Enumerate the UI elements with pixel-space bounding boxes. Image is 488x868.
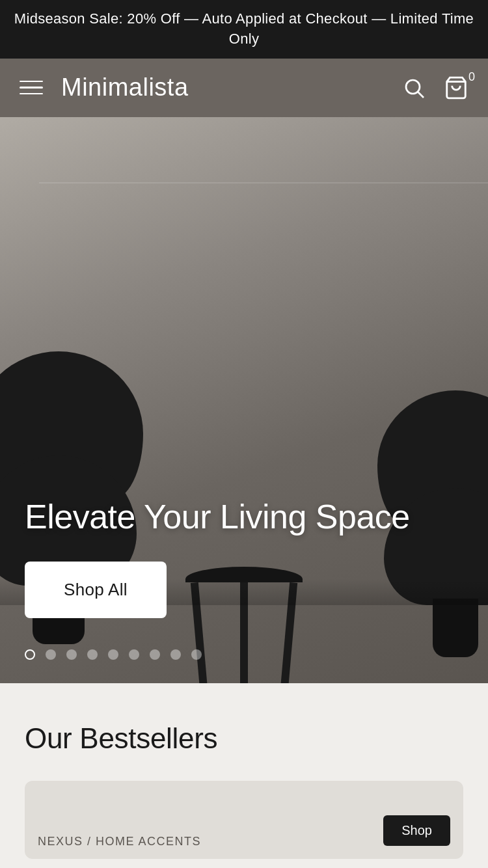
carousel-dot-5[interactable]: [129, 649, 139, 660]
hamburger-icon: [20, 81, 43, 95]
carousel-dot-0[interactable]: [25, 649, 35, 660]
bestsellers-section: Our Bestsellers NEXUS / HOME ACCENTS Sho…: [0, 683, 488, 868]
carousel-dot-4[interactable]: [108, 649, 118, 660]
product-label: NEXUS / HOME ACCENTS: [38, 835, 201, 848]
bestsellers-title: Our Bestsellers: [25, 722, 463, 755]
cart-icon: [444, 75, 468, 100]
header: Minimalista 0: [0, 59, 488, 117]
cart-count: 0: [468, 70, 475, 84]
carousel-dot-1[interactable]: [46, 649, 56, 660]
hamburger-button[interactable]: [20, 81, 43, 95]
search-button[interactable]: [402, 76, 426, 100]
carousel-dot-3[interactable]: [87, 649, 98, 660]
product-shop-button[interactable]: Shop: [383, 815, 450, 846]
svg-point-0: [406, 80, 420, 94]
carousel-dot-6[interactable]: [150, 649, 160, 660]
carousel-dot-8[interactable]: [191, 649, 202, 660]
header-right: 0: [402, 75, 468, 100]
hero-content: Elevate Your Living Space Shop All: [25, 498, 463, 618]
wall-line: [39, 182, 488, 183]
hero-headline: Elevate Your Living Space: [25, 498, 463, 537]
svg-line-1: [418, 92, 424, 97]
announcement-text: Midseason Sale: 20% Off — Auto Applied a…: [14, 10, 474, 47]
cart-button[interactable]: 0: [444, 75, 468, 100]
carousel-dot-7[interactable]: [170, 649, 181, 660]
carousel-dots: [25, 649, 202, 660]
announcement-bar: Midseason Sale: 20% Off — Auto Applied a…: [0, 0, 488, 59]
shop-all-button[interactable]: Shop All: [25, 562, 167, 618]
carousel-dot-2[interactable]: [66, 649, 77, 660]
header-left: Minimalista: [20, 74, 189, 102]
hero-section: Elevate Your Living Space Shop All: [0, 117, 488, 683]
product-card: NEXUS / HOME ACCENTS Shop: [25, 781, 463, 859]
search-icon: [402, 76, 426, 100]
brand-name: Minimalista: [61, 74, 189, 102]
